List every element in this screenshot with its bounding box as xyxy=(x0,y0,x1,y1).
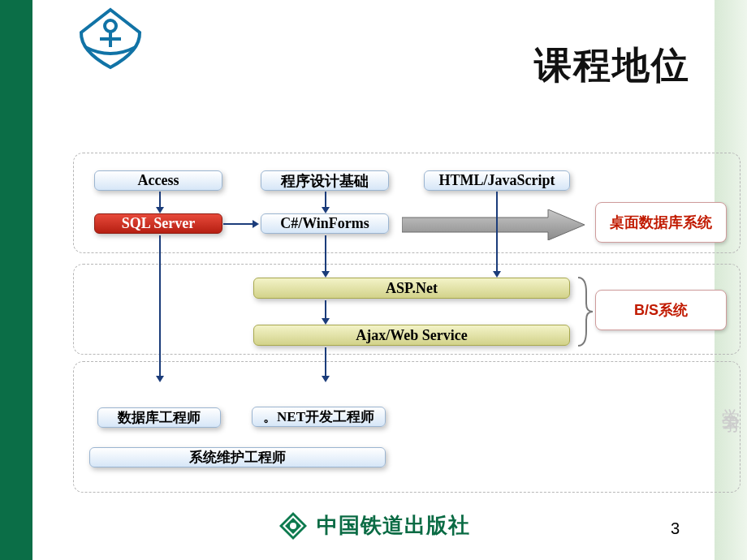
big-arrow-icon xyxy=(402,209,585,240)
svg-point-5 xyxy=(290,523,296,529)
arrow-head-icon xyxy=(322,271,330,278)
slide: 课程地位 Access SQL Server 程序设计基础 C#/WinForm… xyxy=(0,0,747,560)
publisher-name: 中国铁道出版社 xyxy=(317,511,470,540)
content-area: 课程地位 Access SQL Server 程序设计基础 C#/WinForm… xyxy=(32,0,715,560)
node-csharp: C#/WinForms xyxy=(261,213,389,234)
svg-marker-1 xyxy=(402,209,585,240)
arrow-prog-csharp xyxy=(325,192,326,209)
node-aspnet: ASP.Net xyxy=(253,278,570,299)
svg-point-0 xyxy=(105,20,116,32)
railway-logo-icon xyxy=(77,6,144,70)
arrow-head-icon xyxy=(156,376,164,382)
watermark: 学会学习 xyxy=(719,394,743,407)
arrow-head-icon xyxy=(322,376,330,382)
arrow-head-icon xyxy=(322,318,330,325)
arrow-access-sql xyxy=(159,192,161,209)
left-rail xyxy=(0,0,32,560)
publisher-logo-icon xyxy=(278,510,309,541)
arrow-asp-ajax xyxy=(325,300,326,320)
arrow-sql-csharp xyxy=(223,223,254,225)
node-bs: B/S系统 xyxy=(595,290,727,330)
node-access: Access xyxy=(94,170,222,191)
node-ajax: Ajax/Web Service xyxy=(253,325,570,346)
node-db-engineer: 数据库工程师 xyxy=(97,407,221,428)
node-htmljs: HTML/JavaScript xyxy=(424,170,570,191)
slide-title: 课程地位 xyxy=(534,41,690,91)
node-sqlserver: SQL Server xyxy=(94,213,222,234)
arrow-csharp-asp xyxy=(325,235,326,273)
node-prog-basics: 程序设计基础 xyxy=(261,170,389,191)
arrow-head-icon xyxy=(493,271,501,278)
brace-icon xyxy=(576,276,594,347)
arrow-head-icon xyxy=(253,220,259,228)
node-sysops: 系统维护工程师 xyxy=(89,447,386,467)
arrow-sql-down xyxy=(159,235,161,377)
arrow-head-icon xyxy=(322,207,330,213)
arrow-ajax-down xyxy=(325,347,326,377)
arrow-html-asp xyxy=(496,192,498,273)
arrow-head-icon xyxy=(156,207,164,213)
node-net-dev: 。NET开发工程师 xyxy=(252,407,386,427)
node-desktop-db: 桌面数据库系统 xyxy=(595,202,727,243)
footer: 中国铁道出版社 xyxy=(32,503,715,548)
